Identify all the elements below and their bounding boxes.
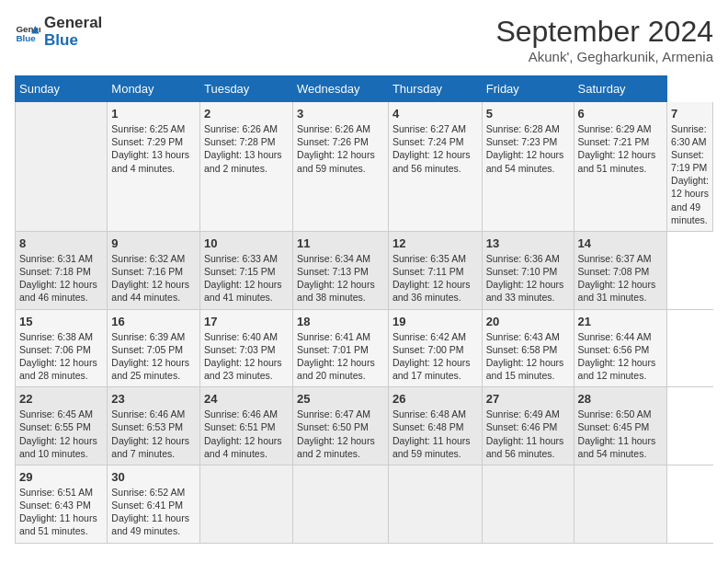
sunrise-text: Sunrise: 6:25 AM	[111, 123, 185, 134]
daylight-text: Daylight: 11 hours and 54 minutes.	[578, 435, 656, 459]
empty-cell	[16, 102, 108, 232]
sunrise-text: Sunrise: 6:41 AM	[297, 331, 370, 342]
sunrise-text: Sunrise: 6:26 AM	[297, 123, 370, 134]
day-number: 13	[486, 236, 570, 250]
day-number: 12	[392, 236, 478, 250]
table-row: 9 Sunrise: 6:32 AM Sunset: 7:16 PM Dayli…	[108, 231, 200, 309]
sunrise-text: Sunrise: 6:28 AM	[486, 123, 560, 134]
table-row: 18 Sunrise: 6:41 AM Sunset: 7:01 PM Dayl…	[293, 309, 389, 387]
day-number: 20	[486, 315, 570, 328]
daylight-text: Daylight: 12 hours and 25 minutes.	[111, 357, 189, 381]
table-row: 21 Sunrise: 6:44 AM Sunset: 6:56 PM Dayl…	[574, 309, 666, 387]
sunset-text: Sunset: 6:50 PM	[297, 421, 369, 432]
day-number: 29	[19, 470, 103, 484]
table-row: 8 Sunrise: 6:31 AM Sunset: 7:18 PM Dayli…	[16, 231, 108, 309]
day-number: 16	[111, 315, 196, 328]
sunrise-text: Sunrise: 6:49 AM	[486, 408, 560, 419]
sunrise-text: Sunrise: 6:36 AM	[486, 253, 560, 264]
month-title: September 2024	[495, 15, 713, 49]
table-row	[388, 465, 482, 543]
day-number: 9	[111, 236, 196, 250]
daylight-text: Daylight: 13 hours and 2 minutes.	[204, 149, 282, 173]
col-saturday: Saturday	[574, 76, 666, 102]
sunset-text: Sunset: 7:13 PM	[297, 266, 369, 277]
calendar-row: 8 Sunrise: 6:31 AM Sunset: 7:18 PM Dayli…	[16, 231, 713, 309]
sunrise-text: Sunrise: 6:27 AM	[392, 123, 466, 134]
day-number: 3	[297, 107, 384, 121]
calendar-row: 29 Sunrise: 6:51 AM Sunset: 6:43 PM Dayl…	[16, 465, 713, 543]
day-number: 30	[111, 470, 196, 484]
daylight-text: Daylight: 13 hours and 4 minutes.	[111, 149, 189, 173]
table-row	[199, 465, 292, 543]
sunrise-text: Sunrise: 6:45 AM	[19, 408, 93, 419]
daylight-text: Daylight: 12 hours and 28 minutes.	[19, 357, 97, 381]
table-row: 5 Sunrise: 6:28 AM Sunset: 7:23 PM Dayli…	[482, 102, 574, 232]
sunset-text: Sunset: 6:41 PM	[111, 500, 183, 511]
day-number: 24	[204, 392, 289, 406]
table-row: 15 Sunrise: 6:38 AM Sunset: 7:06 PM Dayl…	[16, 309, 108, 387]
logo-general-text: General	[44, 15, 102, 32]
sunrise-text: Sunrise: 6:44 AM	[578, 331, 652, 342]
table-row: 17 Sunrise: 6:40 AM Sunset: 7:03 PM Dayl…	[199, 309, 292, 387]
table-row: 16 Sunrise: 6:39 AM Sunset: 7:05 PM Dayl…	[108, 309, 200, 387]
sunrise-text: Sunrise: 6:37 AM	[578, 253, 652, 264]
sunrise-text: Sunrise: 6:47 AM	[297, 408, 370, 419]
calendar-row: 22 Sunrise: 6:45 AM Sunset: 6:55 PM Dayl…	[16, 387, 713, 465]
calendar-row: 1 Sunrise: 6:25 AM Sunset: 7:29 PM Dayli…	[16, 102, 713, 232]
sunrise-text: Sunrise: 6:51 AM	[19, 487, 93, 498]
daylight-text: Daylight: 11 hours and 51 minutes.	[19, 512, 97, 536]
col-sunday: Sunday	[16, 76, 108, 102]
daylight-text: Daylight: 12 hours and 36 minutes.	[392, 279, 471, 303]
sunset-text: Sunset: 6:48 PM	[392, 421, 464, 432]
sunrise-text: Sunrise: 6:48 AM	[392, 408, 466, 419]
col-wednesday: Wednesday	[293, 76, 389, 102]
sunset-text: Sunset: 7:00 PM	[392, 344, 464, 355]
table-row	[293, 465, 389, 543]
col-thursday: Thursday	[388, 76, 482, 102]
sunset-text: Sunset: 7:23 PM	[486, 136, 558, 147]
sunset-text: Sunset: 7:10 PM	[486, 266, 558, 277]
sunset-text: Sunset: 7:21 PM	[578, 136, 650, 147]
daylight-text: Daylight: 12 hours and 41 minutes.	[204, 279, 282, 303]
sunrise-text: Sunrise: 6:39 AM	[111, 331, 185, 342]
sunset-text: Sunset: 6:43 PM	[19, 500, 91, 511]
table-row	[574, 465, 666, 543]
table-row: 12 Sunrise: 6:35 AM Sunset: 7:11 PM Dayl…	[388, 231, 482, 309]
daylight-text: Daylight: 11 hours and 56 minutes.	[486, 435, 564, 459]
sunrise-text: Sunrise: 6:38 AM	[19, 331, 93, 342]
sunset-text: Sunset: 7:01 PM	[297, 344, 369, 355]
sunrise-text: Sunrise: 6:42 AM	[392, 331, 466, 342]
sunset-text: Sunset: 7:05 PM	[111, 344, 183, 355]
day-number: 6	[578, 107, 663, 121]
sunset-text: Sunset: 7:26 PM	[297, 136, 369, 147]
day-number: 19	[392, 315, 478, 328]
sunrise-text: Sunrise: 6:35 AM	[392, 253, 466, 264]
day-number: 25	[297, 392, 384, 406]
table-row: 14 Sunrise: 6:37 AM Sunset: 7:08 PM Dayl…	[574, 231, 666, 309]
logo-icon: General Blue	[15, 19, 40, 45]
sunrise-text: Sunrise: 6:40 AM	[204, 331, 278, 342]
location-subtitle: Akunk', Gegharkunik, Armenia	[495, 49, 713, 64]
header-row: Sunday Monday Tuesday Wednesday Thursday…	[16, 76, 713, 102]
daylight-text: Daylight: 12 hours and 31 minutes.	[578, 279, 656, 303]
table-row: 22 Sunrise: 6:45 AM Sunset: 6:55 PM Dayl…	[16, 387, 108, 465]
sunset-text: Sunset: 7:03 PM	[204, 344, 276, 355]
sunset-text: Sunset: 7:18 PM	[19, 266, 91, 277]
table-row	[482, 465, 574, 543]
day-number: 14	[578, 236, 663, 250]
sunrise-text: Sunrise: 6:29 AM	[578, 123, 652, 134]
daylight-text: Daylight: 12 hours and 56 minutes.	[392, 149, 471, 173]
daylight-text: Daylight: 12 hours and 12 minutes.	[578, 357, 656, 381]
sunset-text: Sunset: 6:58 PM	[486, 344, 558, 355]
day-number: 2	[204, 107, 289, 121]
sunset-text: Sunset: 7:24 PM	[392, 136, 464, 147]
svg-text:Blue: Blue	[16, 32, 36, 42]
sunset-text: Sunset: 7:11 PM	[392, 266, 464, 277]
sunrise-text: Sunrise: 6:26 AM	[204, 123, 278, 134]
daylight-text: Daylight: 12 hours and 17 minutes.	[392, 357, 471, 381]
sunset-text: Sunset: 6:55 PM	[19, 421, 91, 432]
sunset-text: Sunset: 7:08 PM	[578, 266, 650, 277]
sunset-text: Sunset: 6:51 PM	[204, 421, 276, 432]
table-row: 10 Sunrise: 6:33 AM Sunset: 7:15 PM Dayl…	[199, 231, 292, 309]
table-row: 23 Sunrise: 6:46 AM Sunset: 6:53 PM Dayl…	[108, 387, 200, 465]
